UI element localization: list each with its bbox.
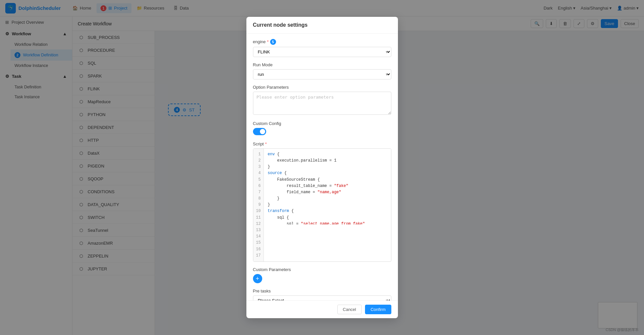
run-mode-select-wrapper: run run-application bbox=[253, 69, 391, 79]
modal-footer: Cancel Confirm bbox=[246, 300, 398, 318]
cancel-button[interactable]: Cancel bbox=[337, 305, 362, 314]
run-mode-label: Run Mode bbox=[253, 62, 391, 67]
option-params-input[interactable] bbox=[253, 92, 391, 115]
run-mode-group: Run Mode run run-application bbox=[253, 62, 391, 79]
script-group: Script * 1234567891011121314151617 env {… bbox=[253, 141, 391, 262]
option-params-group: Option Parameters bbox=[253, 85, 391, 116]
custom-config-group: Custom Config bbox=[253, 121, 391, 136]
pre-tasks-select-wrapper: Please Select bbox=[253, 295, 391, 300]
modal-header: Current node settings bbox=[246, 17, 398, 34]
toggle-slider bbox=[253, 128, 266, 135]
engine-required: * bbox=[267, 39, 269, 44]
custom-params-label: Custom Parameters bbox=[253, 267, 391, 272]
modal-title: Current node settings bbox=[253, 22, 308, 28]
custom-params-group: Custom Parameters + bbox=[253, 267, 391, 283]
engine-label: engine * 5 bbox=[253, 39, 391, 45]
code-editor[interactable]: 1234567891011121314151617 env { executio… bbox=[253, 148, 391, 262]
add-param-button[interactable]: + bbox=[253, 274, 262, 283]
script-label: Script * bbox=[253, 141, 391, 146]
engine-select[interactable]: FLINK SPARK STORM bbox=[253, 47, 391, 57]
script-required: * bbox=[265, 141, 267, 146]
pre-tasks-group: Pre tasks Please Select bbox=[253, 289, 391, 300]
custom-config-toggle[interactable] bbox=[253, 128, 266, 135]
run-mode-select[interactable]: run run-application bbox=[253, 69, 391, 79]
line-numbers: 1234567891011121314151617 bbox=[253, 149, 264, 261]
modal-overlay[interactable]: Current node settings engine * 5 FLINK S… bbox=[0, 0, 644, 335]
engine-group: engine * 5 FLINK SPARK STORM bbox=[253, 39, 391, 57]
pre-tasks-label: Pre tasks bbox=[253, 289, 391, 293]
option-params-label: Option Parameters bbox=[253, 85, 391, 90]
custom-config-label: Custom Config bbox=[253, 121, 391, 126]
code-editor-inner: 1234567891011121314151617 env { executio… bbox=[253, 149, 391, 261]
engine-select-wrapper: FLINK SPARK STORM bbox=[253, 47, 391, 57]
code-content[interactable]: env { execution.parallelism = 1}source {… bbox=[264, 149, 391, 225]
engine-badge: 5 bbox=[270, 39, 276, 45]
modal-body: engine * 5 FLINK SPARK STORM Run Mode bbox=[246, 34, 398, 300]
confirm-button[interactable]: Confirm bbox=[365, 305, 391, 314]
pre-tasks-select[interactable]: Please Select bbox=[253, 295, 391, 300]
modal: Current node settings engine * 5 FLINK S… bbox=[246, 17, 398, 318]
